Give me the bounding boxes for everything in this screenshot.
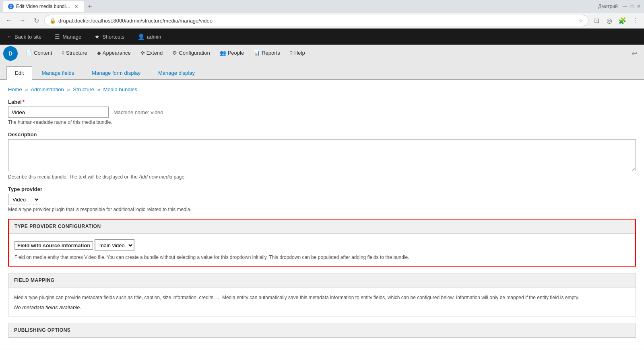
page-content: Home » Administration » Structure » Medi… [0,80,644,351]
nav-help[interactable]: ? Help [285,45,310,62]
more-menu-icon[interactable]: ⋮ [630,15,641,26]
publishing-options-section: Publishing options [8,323,636,338]
expand-nav-icon[interactable]: ↩ [632,49,638,58]
shortcuts-label: Shortcuts [102,34,124,40]
description-help: Describe this media bundle. The text wil… [8,174,636,180]
nav-configuration-label: Configuration [179,50,210,56]
type-config-body: Field with source information main video… [9,234,635,266]
tab-manage-display[interactable]: Manage display [150,66,203,79]
drupal-admin-bar: ← Back to site ☰ Manage ★ Shortcuts 👤 ad… [0,29,644,45]
label-text: Label [8,99,22,105]
window-title-text: Дмитрий [598,4,618,9]
description-help-text: Describe this media bundle. The text wil… [8,174,138,180]
tab-close-button[interactable]: ✕ [73,3,79,10]
tab-manage-fields[interactable]: Manage fields [33,66,83,79]
nav-configuration[interactable]: ⚙ Configuration [167,45,215,62]
field-source-select-wrapper: main video [95,239,134,251]
field-source-select[interactable]: main video [95,240,134,251]
breadcrumb-structure[interactable]: Structure [73,86,94,92]
extension-icon[interactable]: 🧩 [617,15,628,26]
nav-extend-label: Extend [147,50,163,56]
description-form-group: Description Describe this media bundle. … [8,131,636,180]
nav-appearance[interactable]: ◆ Appearance [92,45,136,62]
back-to-site-item[interactable]: ← Back to site [0,29,48,45]
field-mapping-body: Media type plugins can provide metadata … [8,287,636,316]
structure-icon: ◊ [62,50,64,56]
label-form-group: Label* Machine name: video The human-rea… [8,99,636,125]
shortcuts-item[interactable]: ★ Shortcuts [88,29,131,45]
drupal-top-nav: D 📄 Content ◊ Structure ◆ Appearance ✜ E… [0,45,644,62]
new-tab-button[interactable]: + [84,1,95,12]
breadcrumb: Home » Administration » Structure » Medi… [8,86,636,92]
breadcrumb-administration[interactable]: Administration [31,86,64,92]
nav-reports-label: Reports [262,50,280,56]
manage-item[interactable]: ☰ Manage [48,29,88,45]
close-button[interactable]: ✕ [637,4,641,9]
address-bar[interactable]: 🔒 drupal.docker.localhost:8000/admin/str… [44,15,588,26]
svg-text:D: D [8,50,12,57]
breadcrumb-sep-2: » [67,86,70,92]
breadcrumb-sep-3: » [97,86,100,92]
type-config-title: TYPE PROVIDER CONFIGURATION [9,220,635,234]
appearance-icon: ◆ [97,50,101,56]
browser-chrome: D Edit Video media bundl… ✕ + Дмитрий — … [0,0,644,29]
tab-manage-form-display[interactable]: Manage form display [83,66,149,79]
forward-button[interactable]: → [17,15,28,26]
label-input-row: Machine name: video [8,107,636,118]
breadcrumb-media-bundles[interactable]: Media bundles [103,86,138,92]
maximize-button[interactable]: □ [631,4,634,9]
tab-edit-label: Edit [15,70,24,76]
manage-label: Manage [62,34,81,40]
cast-icon[interactable]: ⊡ [591,15,602,26]
user-icon: 👤 [138,33,144,40]
type-provider-select[interactable]: Video Audio Image File Generic [8,194,40,205]
tab-manage-form-display-label: Manage form display [92,70,140,76]
machine-name-text: Machine name: video [114,109,163,115]
nav-content[interactable]: 📄 Content [21,45,57,62]
back-arrow-icon: ← [6,33,12,40]
admin-label: admin [147,34,161,40]
tab-favicon: D [8,4,14,9]
breadcrumb-home[interactable]: Home [8,86,22,92]
content-icon: 📄 [26,50,32,56]
bookmark-icon[interactable]: ☆ [578,18,583,24]
type-provider-label: Type provider [8,186,636,192]
field-mapping-title: FIELD MAPPING [8,273,636,287]
reload-button[interactable]: ↻ [31,15,42,26]
nav-structure[interactable]: ◊ Structure [57,45,92,62]
nav-extend[interactable]: ✜ Extend [136,45,167,62]
tab-edit[interactable]: Edit [6,66,32,80]
nav-right: ↩ [628,49,641,58]
back-button[interactable]: ← [3,15,14,26]
type-config-section: TYPE PROVIDER CONFIGURATION Field with s… [8,219,636,267]
browser-titlebar: D Edit Video media bundl… ✕ + Дмитрий — … [0,0,644,13]
nav-people[interactable]: 👥 People [215,45,249,62]
tab-manage-fields-label: Manage fields [41,70,74,76]
description-help-end: page. [173,174,186,180]
type-provider-label-text: Type provider [8,186,42,192]
tab-manage-display-label: Manage display [158,70,195,76]
label-required: * [23,99,25,105]
field-source-label-text: Field with source information [14,241,93,250]
description-label-text: Description [8,131,37,138]
tab-title: Edit Video media bundl… [16,4,70,9]
label-label: Label* [8,99,636,105]
people-icon: 👥 [220,50,226,56]
page-wrapper: Home » Administration » Structure » Medi… [0,80,644,351]
type-provider-help-text: Media type provider plugin that is respo… [8,207,636,212]
secure-icon: 🔒 [50,18,56,24]
tabs-bar: Edit Manage fields Manage form display M… [0,62,644,80]
help-icon: ? [290,50,293,56]
profile-icon[interactable]: ◎ [604,15,615,26]
browser-tab[interactable]: D Edit Video media bundl… ✕ [3,1,84,12]
description-textarea[interactable] [8,139,636,171]
minimize-button[interactable]: — [623,4,627,9]
hamburger-icon: ☰ [55,33,60,40]
label-input[interactable] [8,107,109,118]
nav-content-label: Content [34,50,52,56]
nav-people-label: People [228,50,244,56]
label-help-text: The human-readable name of this media bu… [8,119,636,125]
browser-toolbar: ← → ↻ 🔒 drupal.docker.localhost:8000/adm… [0,13,644,28]
nav-reports[interactable]: 📊 Reports [249,45,285,62]
admin-user-item[interactable]: 👤 admin [131,29,168,45]
